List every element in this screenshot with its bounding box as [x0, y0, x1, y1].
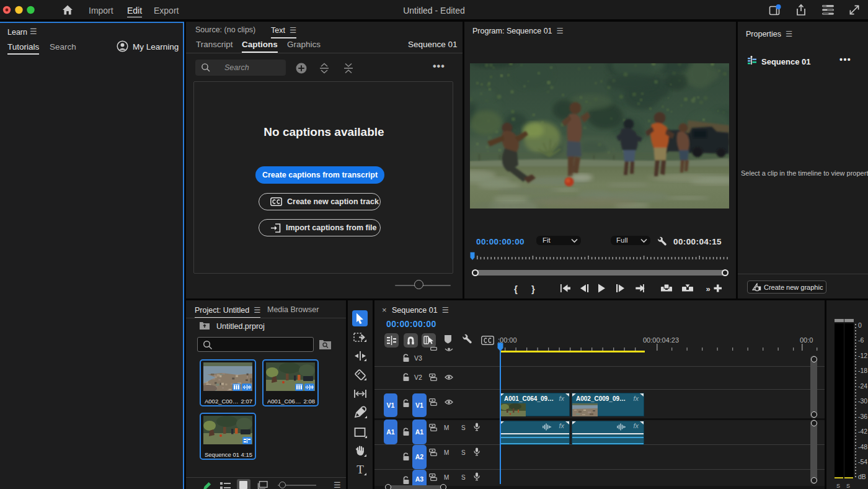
svg-text:»: » — [706, 284, 710, 294]
svg-text:{: { — [514, 284, 518, 294]
svg-text:}: } — [531, 284, 535, 294]
svg-text:T: T — [356, 463, 364, 476]
